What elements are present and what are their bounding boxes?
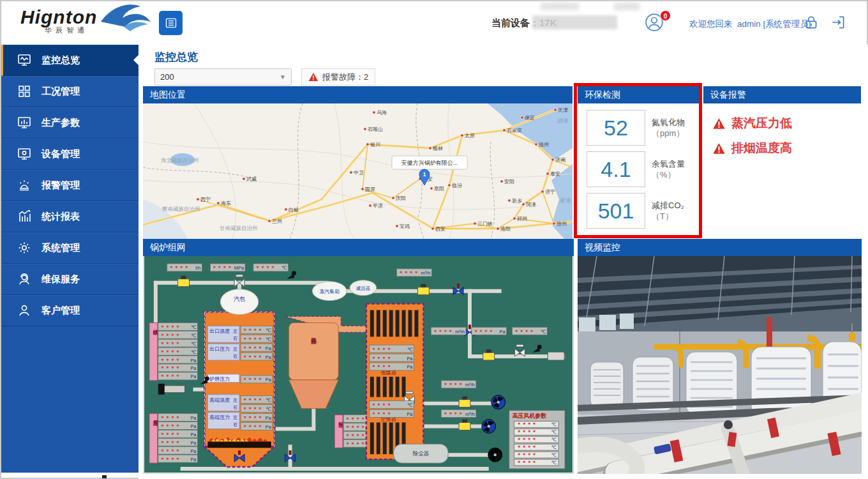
map-city-dot — [500, 180, 504, 183]
svg-text:＊＊＊＊: ＊＊＊＊ — [371, 356, 392, 361]
alarm-fault-label: 报警故障：2 — [322, 72, 368, 83]
map-city-label: 银川 — [370, 142, 380, 148]
lock-screen-button[interactable] — [803, 14, 819, 33]
scrollbar-tick[interactable] — [102, 475, 107, 478]
svg-text:℃: ℃ — [191, 333, 196, 338]
svg-text:℃: ℃ — [191, 349, 196, 355]
warning-triangle-icon — [712, 142, 726, 155]
svg-text:＊＊＊＊: ＊＊＊＊ — [345, 441, 366, 447]
svg-text:Pa: Pa — [266, 377, 272, 383]
alarm-fault-chip[interactable]: 报警故障：2 — [301, 68, 375, 86]
map-city-dot — [554, 109, 557, 112]
brand-logo: Hignton 华辰智通 — [20, 6, 148, 41]
svg-text:＊＊＊＊: ＊＊＊＊ — [371, 364, 392, 370]
video-panel-title: 视频监控 — [578, 239, 862, 256]
svg-text:左: 左 — [232, 398, 237, 402]
notification-badge[interactable]: 0 — [660, 10, 671, 21]
welcome-text: 欢迎您回来 admin [系统管理员] — [689, 19, 811, 30]
svg-text:＊＊＊＊: ＊＊＊＊ — [243, 406, 263, 412]
sidebar-item-客户管理[interactable]: 客户管理 — [1, 295, 138, 326]
logout-button[interactable] — [830, 14, 846, 33]
map-city-label: 阜阳 — [434, 186, 444, 192]
svg-text:℃: ℃ — [541, 329, 546, 335]
sidebar-item-统计报表[interactable]: 统计报表 — [1, 201, 138, 232]
svg-text:m³/h: m³/h — [465, 411, 475, 417]
sidebar-item-设备管理[interactable]: 设备管理 — [1, 139, 138, 170]
monitor-chart-icon — [17, 115, 32, 130]
svg-text:Pa: Pa — [266, 346, 272, 351]
svg-text:＊＊＊＊: ＊＊＊＊ — [160, 365, 181, 371]
env-panel: 环保检测 52氮氧化物（ppm）4.1余氧含量（%）501减排CO₂（T） — [578, 86, 699, 239]
svg-text:Pa: Pa — [190, 415, 197, 421]
env-metrics: 52氮氧化物（ppm）4.1余氧含量（%）501减排CO₂（T） — [578, 103, 699, 239]
svg-text:底端压力: 底端压力 — [209, 414, 230, 420]
svg-text:＊＊＊＊: ＊＊＊＊ — [443, 411, 463, 417]
svg-text:蒸汽集箱: 蒸汽集箱 — [319, 289, 340, 294]
map-city-label: 济南 — [555, 157, 566, 163]
svg-text:Pa: Pa — [407, 411, 413, 417]
map-city-dot — [474, 222, 477, 225]
monitor-wave-icon — [17, 52, 32, 68]
grid-icon — [17, 84, 32, 99]
sidebar-item-工况管理[interactable]: 工况管理 — [1, 76, 138, 107]
menu-button[interactable] — [159, 11, 183, 35]
map-city-dot — [366, 143, 370, 146]
map-marker-tooltip[interactable]: 安徽方兴锅炉有限公... — [392, 156, 467, 169]
svg-text:＊＊＊＊: ＊＊＊＊ — [517, 445, 537, 450]
map-city-label: 白银 — [288, 207, 299, 213]
svg-text:＊＊＊＊: ＊＊＊＊ — [243, 415, 263, 421]
sidebar-item-label: 系统管理 — [41, 242, 80, 254]
sidebar-item-label: 工况管理 — [41, 86, 80, 98]
map-city-dot — [508, 199, 511, 202]
svg-text:℃: ℃ — [551, 422, 557, 427]
svg-text:右: 右 — [233, 405, 237, 410]
map-region-label: 甘南藏族自治州 — [220, 225, 258, 231]
svg-text:℃: ℃ — [551, 445, 557, 450]
svg-text:左: 左 — [232, 347, 237, 351]
map-city-dot — [268, 220, 271, 223]
svg-text:右: 右 — [233, 354, 237, 359]
alarm-lamp-icon — [17, 178, 32, 193]
monitor-gear-icon — [17, 146, 32, 162]
sidebar-item-生产参数[interactable]: 生产参数 — [1, 107, 138, 139]
boiler-scada-diagram[interactable]: 锅炉给水＊＊＊＊℃＊＊＊＊℃＊＊＊＊℃＊＊＊＊℃＊＊＊＊Pa＊＊＊＊Pa＊＊＊＊… — [143, 256, 574, 474]
sidebar-item-系统管理[interactable]: 系统管理 — [1, 232, 138, 264]
map-city-dot — [553, 222, 556, 225]
svg-text:℃: ℃ — [191, 324, 196, 330]
svg-text:＊＊＊＊: ＊＊＊＊ — [517, 460, 537, 466]
map-canvas[interactable]: 西宁海东兰州白银武威乌海石嘴山银川中卫固原平凉庆阳延安榆林太原临汾宝鸡西安三门峡… — [143, 103, 572, 239]
svg-text:Pa: Pa — [407, 364, 413, 370]
map-city-label: 菏泽 — [526, 202, 536, 208]
map-city-label: 固原 — [365, 186, 375, 192]
sidebar-item-label: 监控总览 — [41, 54, 80, 66]
map-city-label: 郑州 — [517, 216, 527, 222]
sidebar-item-报警管理[interactable]: 报警管理 — [1, 170, 138, 201]
svg-text:Pa: Pa — [190, 448, 197, 454]
device-filter-select[interactable]: 200 ▼ — [154, 68, 292, 86]
alarm-panel-title: 设备报警 — [703, 86, 861, 103]
map-city-dot — [197, 198, 200, 201]
svg-text:＊＊＊＊: ＊＊＊＊ — [371, 411, 392, 417]
map-city-dot — [497, 227, 500, 231]
svg-text:℃: ℃ — [266, 328, 271, 333]
svg-text:＊＊＊＊: ＊＊＊＊ — [160, 440, 181, 446]
env-metric-label: 余氧含量（%） — [652, 158, 685, 180]
chart-arrow-icon — [17, 209, 32, 224]
sidebar-item-监控总览[interactable]: 监控总览 — [1, 45, 138, 76]
map-city-dot — [350, 171, 353, 174]
user-avatar-button[interactable]: 0 — [645, 13, 677, 33]
svg-text:＊＊＊＊: ＊＊＊＊ — [243, 377, 263, 383]
svg-text:炉膛压力: 炉膛压力 — [209, 376, 230, 382]
svg-text:＊＊＊＊: ＊＊＊＊ — [255, 265, 276, 271]
svg-text:除尘器: 除尘器 — [413, 450, 430, 457]
sidebar-item-维保服务[interactable]: 维保服务 — [1, 264, 138, 295]
video-feed[interactable] — [578, 256, 862, 474]
svg-text:＊＊＊＊: ＊＊＊＊ — [514, 329, 535, 335]
chevron-down-icon: ▼ — [280, 73, 286, 80]
svg-text:Pa: Pa — [190, 423, 197, 429]
map-city-label: 武威 — [246, 176, 257, 182]
map-city-label: 新乡 — [512, 198, 522, 204]
user-name: admin [系统管理员] — [737, 19, 811, 29]
antelope-logo-icon — [94, 3, 152, 32]
svg-text:高压风机参数: 高压风机参数 — [513, 413, 548, 420]
